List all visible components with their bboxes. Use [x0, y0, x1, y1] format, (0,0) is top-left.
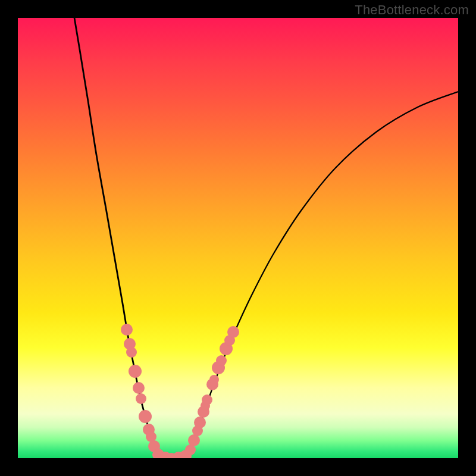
plot-area: [18, 18, 458, 458]
data-marker: [202, 394, 212, 405]
chart-frame: TheBottleneck.com: [0, 0, 476, 476]
data-marker: [136, 393, 146, 404]
data-marker: [216, 355, 227, 366]
watermark-text: TheBottleneck.com: [355, 2, 469, 18]
data-marker: [133, 382, 145, 394]
data-markers: [121, 324, 239, 458]
data-marker: [126, 347, 137, 358]
data-marker: [209, 375, 219, 384]
data-marker: [227, 326, 239, 338]
data-marker: [129, 365, 142, 378]
curve-left-arm: [74, 18, 158, 455]
curve-right-arm: [188, 92, 458, 455]
data-marker: [194, 416, 206, 428]
data-marker: [139, 410, 152, 423]
chart-svg: [18, 18, 458, 458]
data-marker: [188, 434, 200, 446]
data-marker: [121, 324, 133, 336]
